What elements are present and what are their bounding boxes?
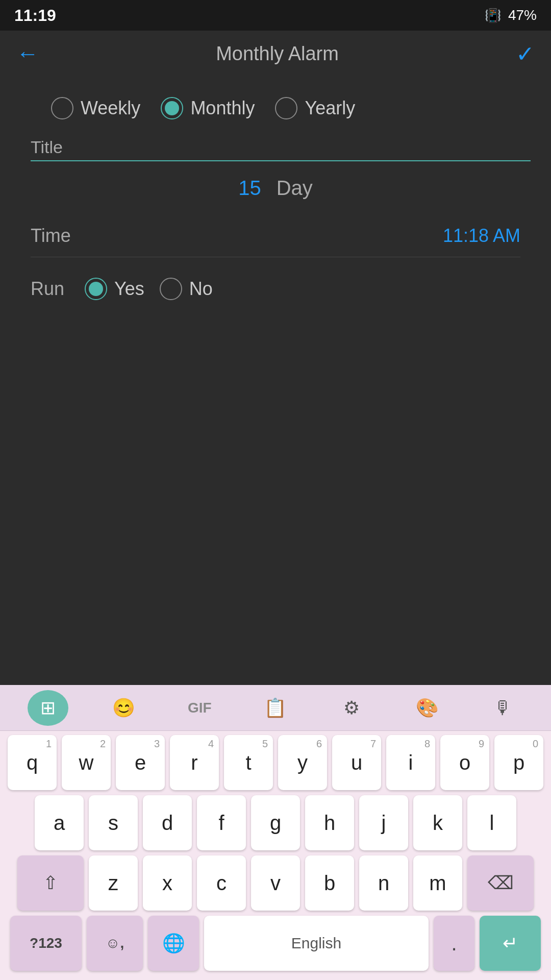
key-g[interactable]: g bbox=[251, 795, 300, 850]
shift-icon: ⇧ bbox=[43, 872, 58, 894]
run-row: Run Yes No bbox=[31, 273, 520, 305]
key-q[interactable]: 1q bbox=[8, 735, 57, 790]
emoji-sticker-button[interactable]: 😊 bbox=[104, 690, 144, 726]
space-key[interactable]: English bbox=[204, 916, 429, 971]
back-button[interactable]: ← bbox=[16, 41, 39, 66]
key-e[interactable]: 3e bbox=[116, 735, 165, 790]
key-o[interactable]: 9o bbox=[440, 735, 489, 790]
backspace-key[interactable]: ⌫ bbox=[467, 855, 534, 911]
key-s[interactable]: s bbox=[89, 795, 138, 850]
key-row-2: a s d f g h j k l bbox=[3, 795, 548, 850]
enter-icon: ↵ bbox=[503, 933, 518, 954]
key-i[interactable]: 8i bbox=[386, 735, 435, 790]
day-label: Day bbox=[277, 177, 313, 200]
title-input[interactable] bbox=[102, 135, 531, 157]
weekly-label: Weekly bbox=[81, 97, 140, 119]
clipboard-icon: 📋 bbox=[264, 697, 287, 719]
run-no-option[interactable]: No bbox=[160, 278, 213, 300]
run-yes-fill bbox=[89, 282, 103, 296]
recurrence-radio-group: Weekly Monthly Yearly bbox=[51, 97, 531, 119]
run-no-radio[interactable] bbox=[160, 278, 182, 300]
apps-icon: ⊞ bbox=[40, 697, 56, 719]
shift-key[interactable]: ⇧ bbox=[17, 855, 84, 911]
key-j[interactable]: j bbox=[359, 795, 408, 850]
keyboard: ⊞ 😊 GIF 📋 ⚙ 🎨 🎙 1q 2w 3e 4r 5t 6y bbox=[0, 685, 551, 980]
run-no-label: No bbox=[189, 278, 213, 300]
battery-indicator: 47% bbox=[508, 7, 537, 23]
time-label: Time bbox=[31, 225, 71, 247]
keyboard-toolbar: ⊞ 😊 GIF 📋 ⚙ 🎨 🎙 bbox=[0, 685, 551, 731]
key-w[interactable]: 2w bbox=[62, 735, 111, 790]
key-v[interactable]: v bbox=[251, 855, 300, 911]
key-k[interactable]: k bbox=[413, 795, 462, 850]
key-t[interactable]: 5t bbox=[224, 735, 273, 790]
sticker-icon: 😊 bbox=[112, 697, 135, 719]
day-number[interactable]: 15 bbox=[238, 177, 261, 200]
day-row: 15 Day bbox=[20, 177, 531, 200]
key-p[interactable]: 0p bbox=[494, 735, 543, 790]
run-yes-radio[interactable] bbox=[85, 278, 107, 300]
palette-icon: 🎨 bbox=[416, 697, 439, 719]
settings-button[interactable]: ⚙ bbox=[331, 690, 372, 726]
page-title: Monthly Alarm bbox=[216, 43, 339, 65]
key-row-1: 1q 2w 3e 4r 5t 6y 7u 8i 9o 0p bbox=[3, 735, 548, 790]
globe-key[interactable]: 🌐 bbox=[148, 916, 199, 971]
enter-key[interactable]: ↵ bbox=[480, 916, 541, 971]
key-d[interactable]: d bbox=[143, 795, 192, 850]
mic-icon: 🎙 bbox=[494, 697, 512, 719]
key-b[interactable]: b bbox=[305, 855, 354, 911]
run-yes-label: Yes bbox=[114, 278, 144, 300]
emoji-key[interactable]: ☺, bbox=[87, 916, 143, 971]
emoji-key-label: ☺, bbox=[106, 935, 124, 951]
globe-icon: 🌐 bbox=[162, 933, 185, 954]
key-f[interactable]: f bbox=[197, 795, 246, 850]
key-h[interactable]: h bbox=[305, 795, 354, 850]
status-icons: 📳 47% bbox=[485, 7, 537, 23]
yearly-option[interactable]: Yearly bbox=[275, 97, 355, 119]
theme-button[interactable]: 🎨 bbox=[407, 690, 447, 726]
weekly-radio[interactable] bbox=[51, 97, 73, 119]
status-bar: 11:19 📳 47% bbox=[0, 0, 551, 31]
key-c[interactable]: c bbox=[197, 855, 246, 911]
key-u[interactable]: 7u bbox=[332, 735, 381, 790]
confirm-button[interactable]: ✓ bbox=[516, 41, 535, 67]
key-n[interactable]: n bbox=[359, 855, 408, 911]
title-row: Title bbox=[31, 135, 531, 161]
keyboard-keys: 1q 2w 3e 4r 5t 6y 7u 8i 9o 0p a s d f g … bbox=[0, 731, 551, 980]
mic-button[interactable]: 🎙 bbox=[483, 690, 523, 726]
run-yes-option[interactable]: Yes bbox=[85, 278, 144, 300]
gif-label: GIF bbox=[188, 700, 212, 716]
dot-key[interactable]: . bbox=[434, 916, 474, 971]
status-time: 11:19 bbox=[14, 6, 56, 25]
key-r[interactable]: 4r bbox=[170, 735, 219, 790]
monthly-radio-fill bbox=[165, 101, 179, 115]
form-area: Weekly Monthly Yearly Title 15 Day Time … bbox=[0, 77, 551, 321]
yearly-label: Yearly bbox=[305, 97, 355, 119]
weekly-option[interactable]: Weekly bbox=[51, 97, 140, 119]
num-switch-key[interactable]: ?123 bbox=[10, 916, 82, 971]
gif-button[interactable]: GIF bbox=[179, 690, 220, 726]
key-z[interactable]: z bbox=[89, 855, 138, 911]
app-header: ← Monthly Alarm ✓ bbox=[0, 31, 551, 77]
key-m[interactable]: m bbox=[413, 855, 462, 911]
num-switch-label: ?123 bbox=[30, 935, 62, 951]
apps-button[interactable]: ⊞ bbox=[28, 690, 68, 726]
vibrate-icon: 📳 bbox=[485, 8, 501, 23]
yearly-radio[interactable] bbox=[275, 97, 297, 119]
key-x[interactable]: x bbox=[143, 855, 192, 911]
space-label: English bbox=[291, 935, 341, 952]
run-label: Run bbox=[31, 278, 64, 300]
monthly-radio[interactable] bbox=[161, 97, 183, 119]
key-row-3: ⇧ z x c v b n m ⌫ bbox=[3, 855, 548, 911]
monthly-option[interactable]: Monthly bbox=[161, 97, 255, 119]
key-a[interactable]: a bbox=[35, 795, 84, 850]
key-l[interactable]: l bbox=[467, 795, 516, 850]
gear-icon: ⚙ bbox=[343, 697, 360, 719]
time-value[interactable]: 11:18 AM bbox=[443, 225, 520, 247]
title-label: Title bbox=[31, 137, 102, 157]
key-row-4: ?123 ☺, 🌐 English . ↵ bbox=[3, 916, 548, 971]
time-row: Time 11:18 AM bbox=[31, 215, 520, 257]
dot-label: . bbox=[451, 932, 457, 955]
key-y[interactable]: 6y bbox=[278, 735, 327, 790]
clipboard-button[interactable]: 📋 bbox=[255, 690, 296, 726]
